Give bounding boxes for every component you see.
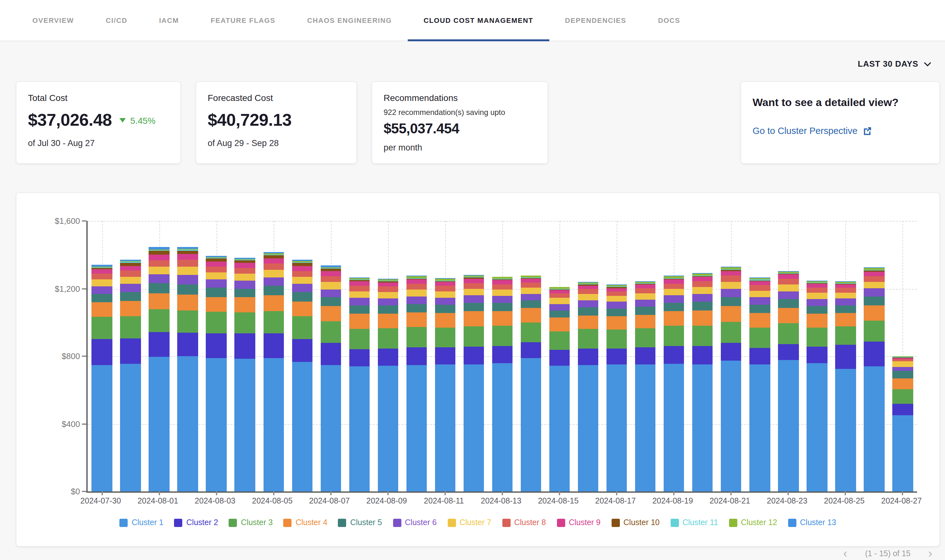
stacked-bar-2024-08-13[interactable]: [492, 221, 513, 491]
bar-segment-cluster-4[interactable]: [806, 314, 827, 328]
stacked-bar-2024-08-16[interactable]: [578, 221, 599, 491]
stacked-bar-2024-08-02[interactable]: [177, 221, 198, 491]
bar-segment-cluster-2[interactable]: [377, 349, 398, 365]
bar-segment-cluster-5[interactable]: [292, 292, 312, 301]
bar-segment-cluster-3[interactable]: [149, 309, 169, 332]
bar-segment-cluster-1[interactable]: [92, 365, 112, 491]
tab-chaos-engineering[interactable]: CHAOS ENGINEERING: [291, 0, 408, 41]
bar-segment-cluster-4[interactable]: [893, 378, 913, 389]
stacked-bar-2024-08-20[interactable]: [692, 221, 713, 491]
bar-segment-cluster-5[interactable]: [521, 300, 542, 308]
stacked-bar-2024-08-04[interactable]: [235, 221, 255, 491]
bar-segment-cluster-3[interactable]: [320, 321, 341, 343]
tab-dependencies[interactable]: DEPENDENCIES: [549, 0, 642, 41]
bar-segment-cluster-3[interactable]: [635, 329, 656, 348]
bar-segment-cluster-1[interactable]: [120, 364, 141, 491]
bar-segment-cluster-7[interactable]: [320, 282, 341, 289]
bar-segment-cluster-9[interactable]: [521, 279, 542, 283]
bar-segment-cluster-9[interactable]: [463, 278, 484, 283]
bar-segment-cluster-3[interactable]: [206, 312, 227, 333]
bar-segment-cluster-9[interactable]: [549, 290, 570, 293]
bar-segment-cluster-5[interactable]: [120, 292, 141, 301]
bar-segment-cluster-5[interactable]: [835, 305, 856, 313]
bar-segment-cluster-4[interactable]: [463, 311, 484, 326]
bar-segment-cluster-3[interactable]: [177, 311, 198, 332]
time-range-dropdown[interactable]: LAST 30 DAYS: [858, 59, 931, 69]
stacked-bar-2024-08-22[interactable]: [750, 221, 770, 491]
bar-segment-cluster-9[interactable]: [606, 288, 627, 291]
tab-docs[interactable]: DOCS: [642, 0, 696, 41]
stacked-bar-2024-08-26[interactable]: [864, 221, 884, 491]
bar-segment-cluster-6[interactable]: [835, 298, 856, 305]
bar-segment-cluster-9[interactable]: [206, 262, 227, 266]
bar-segment-cluster-1[interactable]: [893, 415, 913, 491]
bar-segment-cluster-2[interactable]: [721, 343, 742, 361]
bar-segment-cluster-8[interactable]: [864, 276, 884, 282]
bar-segment-cluster-7[interactable]: [835, 293, 856, 298]
bar-segment-cluster-9[interactable]: [806, 284, 827, 288]
bar-segment-cluster-1[interactable]: [149, 357, 169, 491]
bar-segment-cluster-9[interactable]: [349, 281, 369, 286]
bar-segment-cluster-6[interactable]: [806, 299, 827, 306]
bar-segment-cluster-1[interactable]: [263, 358, 284, 491]
bar-segment-cluster-8[interactable]: [435, 286, 456, 291]
bar-segment-cluster-2[interactable]: [435, 347, 456, 364]
bar-segment-cluster-3[interactable]: [549, 331, 570, 350]
legend-item-cluster-8[interactable]: Cluster 8: [502, 518, 546, 527]
bar-segment-cluster-1[interactable]: [521, 358, 542, 491]
bar-segment-cluster-1[interactable]: [635, 365, 656, 491]
stacked-bar-2024-08-07[interactable]: [320, 221, 341, 491]
bar-segment-cluster-7[interactable]: [377, 292, 398, 298]
bar-segment-cluster-4[interactable]: [149, 293, 169, 309]
bar-segment-cluster-9[interactable]: [635, 285, 656, 289]
bar-segment-cluster-3[interactable]: [406, 327, 427, 347]
bar-segment-cluster-3[interactable]: [521, 323, 542, 342]
bar-segment-cluster-7[interactable]: [893, 361, 913, 367]
bar-segment-cluster-3[interactable]: [606, 330, 627, 349]
bar-segment-cluster-9[interactable]: [320, 271, 341, 276]
bar-segment-cluster-8[interactable]: [606, 291, 627, 296]
bar-segment-cluster-5[interactable]: [806, 306, 827, 314]
stacked-bar-2024-08-10[interactable]: [406, 221, 427, 491]
tab-cloud-cost-management[interactable]: CLOUD COST MANAGEMENT: [408, 0, 549, 41]
bar-segment-cluster-1[interactable]: [750, 365, 770, 491]
bar-segment-cluster-6[interactable]: [893, 367, 913, 371]
bar-segment-cluster-1[interactable]: [778, 360, 799, 491]
bar-segment-cluster-3[interactable]: [349, 329, 369, 349]
bar-segment-cluster-7[interactable]: [149, 267, 169, 274]
bar-segment-cluster-6[interactable]: [177, 275, 198, 284]
stacked-bar-2024-08-06[interactable]: [292, 221, 312, 491]
bar-segment-cluster-9[interactable]: [92, 269, 112, 274]
bar-segment-cluster-2[interactable]: [263, 333, 284, 358]
bar-segment-cluster-2[interactable]: [664, 346, 684, 363]
bar-segment-cluster-2[interactable]: [750, 348, 770, 365]
bar-segment-cluster-3[interactable]: [778, 323, 799, 344]
bar-segment-cluster-8[interactable]: [521, 283, 542, 288]
legend-item-cluster-5[interactable]: Cluster 5: [338, 518, 382, 527]
stacked-bar-2024-08-03[interactable]: [206, 221, 227, 491]
bar-segment-cluster-2[interactable]: [549, 350, 570, 366]
bar-segment-cluster-3[interactable]: [92, 317, 112, 339]
bar-segment-cluster-3[interactable]: [664, 326, 684, 346]
bar-segment-cluster-8[interactable]: [92, 274, 112, 279]
bar-segment-cluster-4[interactable]: [349, 314, 369, 329]
bar-segment-cluster-9[interactable]: [120, 266, 141, 271]
bar-segment-cluster-4[interactable]: [120, 301, 141, 316]
bar-segment-cluster-1[interactable]: [492, 363, 513, 491]
stacked-bar-2024-08-09[interactable]: [377, 221, 398, 491]
bar-segment-cluster-7[interactable]: [806, 293, 827, 299]
bar-segment-cluster-5[interactable]: [263, 286, 284, 295]
bar-segment-cluster-9[interactable]: [750, 281, 770, 285]
bar-segment-cluster-6[interactable]: [406, 297, 427, 304]
stacked-bar-2024-08-01[interactable]: [149, 221, 169, 491]
bar-segment-cluster-7[interactable]: [692, 287, 713, 294]
bar-segment-cluster-2[interactable]: [349, 349, 369, 366]
bar-segment-cluster-3[interactable]: [835, 326, 856, 345]
bar-segment-cluster-2[interactable]: [893, 403, 913, 415]
bar-segment-cluster-6[interactable]: [549, 304, 570, 310]
bar-segment-cluster-1[interactable]: [177, 356, 198, 491]
bar-segment-cluster-8[interactable]: [206, 266, 227, 272]
bar-segment-cluster-8[interactable]: [778, 279, 799, 285]
bar-segment-cluster-6[interactable]: [864, 289, 884, 296]
bar-segment-cluster-7[interactable]: [521, 288, 542, 294]
